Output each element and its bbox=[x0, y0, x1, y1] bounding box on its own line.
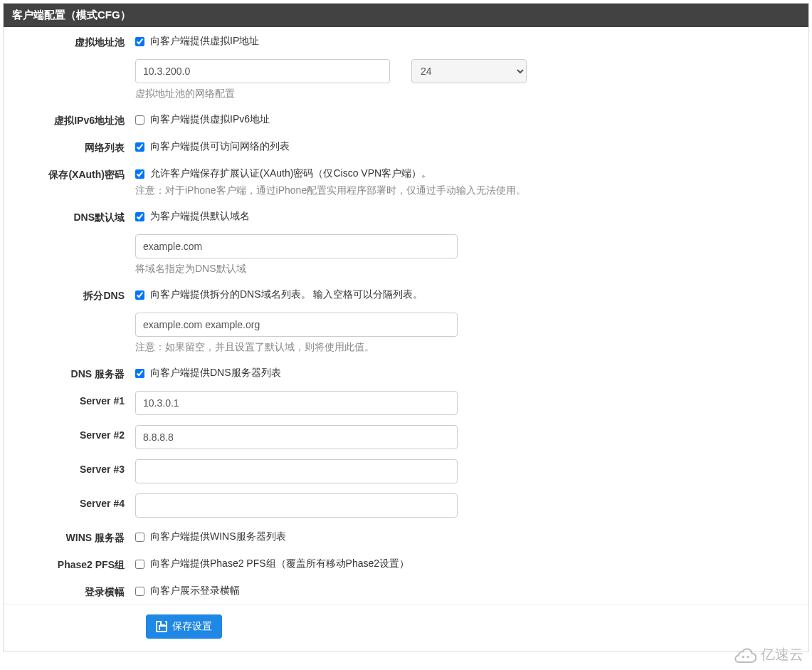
network-list-checkbox[interactable] bbox=[135, 142, 144, 152]
virtual-pool-ip-input[interactable] bbox=[135, 59, 390, 83]
login-banner-checkbox[interactable] bbox=[135, 587, 144, 596]
dns-servers-label: DNS 服务器 bbox=[4, 364, 135, 381]
server2-label: Server #2 bbox=[4, 425, 135, 441]
split-dns-input[interactable] bbox=[135, 313, 458, 337]
virtual-pool-checkbox[interactable] bbox=[135, 37, 144, 46]
pfs-checkbox[interactable] bbox=[135, 560, 144, 569]
pfs-label: Phase2 PFS组 bbox=[4, 555, 135, 572]
dns-servers-checkbox[interactable] bbox=[135, 369, 144, 378]
server1-label: Server #1 bbox=[4, 391, 135, 407]
split-dns-label: 拆分DNS bbox=[4, 286, 135, 303]
virtual-ipv6-label: 虚拟IPv6地址池 bbox=[4, 110, 135, 127]
virtual-ipv6-check-label: 向客户端提供虚拟IPv6地址 bbox=[150, 113, 270, 126]
dns-default-checkbox[interactable] bbox=[135, 212, 144, 221]
virtual-pool-hint: 虚拟地址池的网络配置 bbox=[135, 88, 798, 100]
virtual-pool-check-label: 向客户端提供虚拟IP地址 bbox=[150, 35, 259, 48]
save-button[interactable]: 保存设置 bbox=[146, 614, 222, 639]
wins-label: WINS 服务器 bbox=[4, 528, 135, 545]
wins-checkbox[interactable] bbox=[135, 533, 144, 542]
wins-check-label: 向客户端提供WINS服务器列表 bbox=[150, 530, 286, 543]
network-list-label: 网络列表 bbox=[4, 137, 135, 155]
save-button-label: 保存设置 bbox=[172, 620, 212, 633]
split-dns-check-label: 向客户端提供拆分的DNS域名列表。 输入空格可以分隔列表。 bbox=[150, 288, 423, 301]
server3-label: Server #3 bbox=[4, 459, 135, 475]
dns-default-check-label: 为客户端提供默认域名 bbox=[150, 210, 250, 223]
xauth-label: 保存(XAuth)密码 bbox=[4, 164, 135, 182]
virtual-ipv6-checkbox[interactable] bbox=[135, 115, 144, 125]
login-banner-label: 登录横幅 bbox=[4, 582, 135, 599]
login-banner-check-label: 向客户展示登录横幅 bbox=[150, 585, 240, 597]
server4-input[interactable] bbox=[135, 493, 458, 518]
server2-input[interactable] bbox=[135, 425, 458, 449]
xauth-hint: 注意：对于iPhone客户端，通过iPhone配置实用程序部署时，仅通过手动输入… bbox=[135, 184, 798, 197]
virtual-pool-mask-select[interactable]: 24 bbox=[411, 59, 527, 83]
dns-servers-check-label: 向客户端提供DNS服务器列表 bbox=[150, 367, 281, 380]
dns-default-input[interactable] bbox=[135, 234, 458, 258]
server1-input[interactable] bbox=[135, 391, 458, 415]
server3-input[interactable] bbox=[135, 459, 458, 483]
pfs-check-label: 向客户端提供Phase2 PFS组（覆盖所有移动Phase2设置） bbox=[150, 558, 409, 570]
dns-default-hint: 将域名指定为DNS默认域 bbox=[135, 263, 798, 276]
save-icon bbox=[156, 621, 167, 632]
dns-default-label: DNS默认域 bbox=[4, 207, 135, 224]
xauth-check-label: 允许客户端保存扩展认证(XAuth)密码（仅Cisco VPN客户端）。 bbox=[150, 167, 431, 180]
xauth-checkbox[interactable] bbox=[135, 169, 144, 179]
panel: 客户端配置（模式CFG） 虚拟地址池 向客户端提供虚拟IP地址 24 虚拟地址池… bbox=[3, 3, 809, 652]
split-dns-checkbox[interactable] bbox=[135, 290, 144, 300]
split-dns-hint: 注意：如果留空，并且设置了默认域，则将使用此值。 bbox=[135, 341, 798, 354]
network-list-check-label: 向客户端提供可访问网络的列表 bbox=[150, 140, 290, 153]
server4-label: Server #4 bbox=[4, 493, 135, 509]
panel-header: 客户端配置（模式CFG） bbox=[4, 4, 808, 27]
virtual-pool-label: 虚拟地址池 bbox=[4, 32, 135, 49]
